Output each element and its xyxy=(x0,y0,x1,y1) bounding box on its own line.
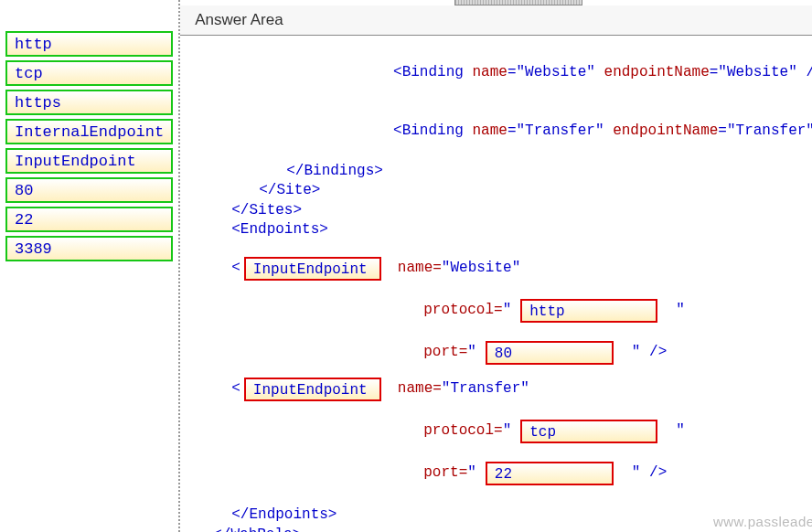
tag-close-site: </Site> xyxy=(195,181,812,201)
drop-endpoint1-port[interactable]: 80 xyxy=(486,341,614,365)
watermark: www.passleader.com xyxy=(713,514,812,529)
attr-name: name xyxy=(472,122,507,139)
attr-value: "Website" xyxy=(718,64,796,80)
tag-close-sites: </Sites> xyxy=(195,201,812,221)
code-body: <Binding name="Website" endpointName="We… xyxy=(180,36,812,532)
attr-protocol-label: protocol= xyxy=(423,421,502,442)
drop-endpoint1-type[interactable]: InputEndpoint xyxy=(244,257,381,281)
attr-name: endpointName xyxy=(613,122,718,139)
attr-value: "Transfer" xyxy=(442,379,529,399)
angle-bracket: < xyxy=(231,379,240,399)
choice-22[interactable]: 22 xyxy=(5,207,173,232)
attr-name: name xyxy=(472,64,507,80)
tag-close-bindings: </Bindings> xyxy=(195,162,812,182)
drop-endpoint2-type[interactable]: InputEndpoint xyxy=(244,378,381,401)
choice-internalendpoint[interactable]: InternalEndpoint xyxy=(5,119,173,144)
self-close: /> xyxy=(640,463,667,484)
answer-panel: Answer Area <Binding name="Website" endp… xyxy=(180,0,812,532)
choice-3389[interactable]: 3389 xyxy=(5,236,173,261)
attr-port-label: port= xyxy=(423,343,467,363)
attr-value: "Transfer" xyxy=(517,122,604,139)
choice-inputendpoint[interactable]: InputEndpoint xyxy=(5,148,173,174)
attr-name-label: name= xyxy=(398,379,442,399)
drop-endpoint2-port[interactable]: 22 xyxy=(486,462,614,485)
choice-http[interactable]: http xyxy=(5,31,173,57)
attr-name-label: name= xyxy=(398,259,442,279)
drop-endpoint2-protocol[interactable]: tcp xyxy=(520,420,657,443)
drop-endpoint1-protocol[interactable]: http xyxy=(520,299,657,323)
choice-tcp[interactable]: tcp xyxy=(5,60,173,86)
attr-name: endpointName xyxy=(604,64,710,80)
choices-panel: http tcp https InternalEndpoint InputEnd… xyxy=(0,0,180,532)
tag-open-endpoints: <Endpoints> xyxy=(195,220,812,240)
attr-value: "Transfer" xyxy=(727,122,812,139)
attr-port-label: port= xyxy=(423,463,467,484)
attr-protocol-label: protocol= xyxy=(423,301,502,321)
angle-bracket: < xyxy=(231,259,240,279)
choice-80[interactable]: 80 xyxy=(5,177,173,203)
attr-value: "Website" xyxy=(517,64,595,80)
self-close: /> xyxy=(640,343,667,363)
choice-https[interactable]: https xyxy=(5,90,173,115)
attr-value: "Website" xyxy=(442,259,520,279)
answer-area-title: Answer Area xyxy=(180,5,812,36)
